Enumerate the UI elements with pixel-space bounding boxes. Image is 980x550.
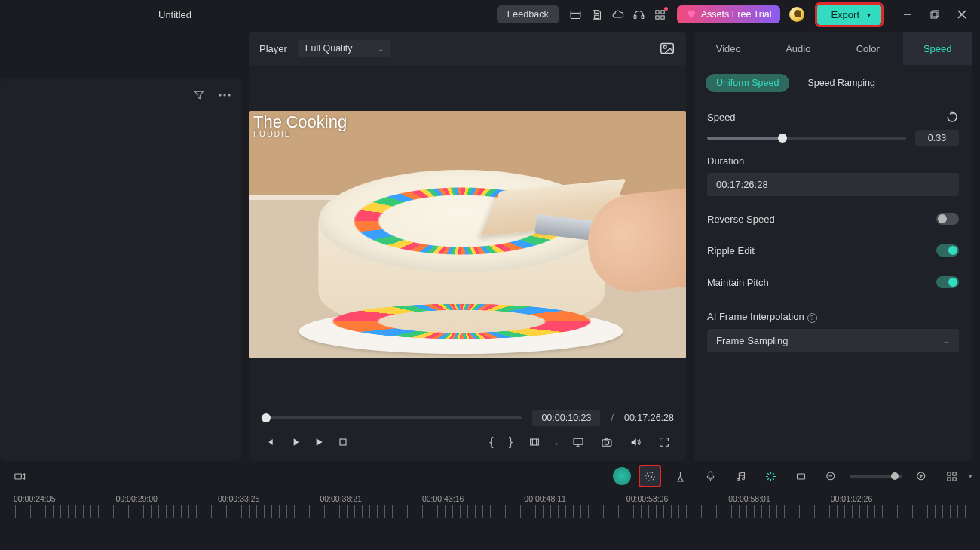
svg-point-20 [605,441,608,444]
video-watermark: The Cooking FOODIE [253,115,347,141]
play-button[interactable] [309,432,329,452]
svg-rect-2 [595,15,599,18]
interpolation-select[interactable]: Frame Sampling ⌄ [707,329,959,352]
timeline-thumb-icon[interactable] [8,465,30,487]
ratio-button[interactable] [525,432,544,452]
quality-dropdown[interactable]: Full Quality ⌄ [298,40,392,57]
svg-rect-6 [661,10,664,13]
camera-icon[interactable] [597,432,617,452]
speed-label: Speed [707,112,736,123]
speed-slider[interactable] [707,137,906,140]
mark-in-button[interactable]: { [486,435,496,449]
voiceover-tool[interactable] [699,465,721,487]
save-icon[interactable] [586,4,608,25]
reverse-speed-label: Reverse Speed [707,214,775,225]
duration-field[interactable]: 00:17:26:28 [707,173,959,196]
stop-button[interactable] [333,432,353,452]
grid-toggle[interactable] [940,465,963,487]
mark-out-button[interactable]: } [506,435,516,449]
svg-rect-30 [947,472,950,475]
subtab-uniform-speed[interactable]: Uniform Speed [706,74,789,92]
tab-video[interactable]: Video [694,32,764,65]
svg-point-12 [223,94,225,96]
more-icon[interactable] [216,86,234,104]
tab-speed[interactable]: Speed [903,32,973,65]
play-pause-button[interactable] [285,432,305,452]
ruler-mark: 00:00:53:06 [626,494,668,503]
tab-color[interactable]: Color [833,32,903,65]
display-button[interactable] [568,432,588,452]
apps-icon[interactable] [650,4,671,25]
chevron-down-icon: ▾ [867,11,871,19]
filter-icon[interactable] [190,86,208,104]
svg-rect-0 [571,11,580,18]
transport-controls: 00:00:10:23 / 00:17:26:28 { } ⌄ [249,404,686,461]
svg-point-11 [219,94,221,96]
fullscreen-icon[interactable] [654,432,674,452]
auto-tool[interactable] [759,465,782,487]
zoom-in-button[interactable] [910,465,933,487]
export-highlight: Export ▾ [815,2,884,27]
svg-rect-8 [661,15,664,18]
coin-icon[interactable] [789,7,804,22]
reset-icon[interactable] [945,110,959,124]
close-button[interactable] [948,4,975,25]
avatar-icon[interactable] [613,467,631,485]
zoom-out-button[interactable] [819,465,842,487]
timeline: ▾ 00:00:24:0500:00:29:0000:00:33:2500:00… [0,461,980,550]
minimize-button[interactable] [894,4,921,25]
zoom-slider[interactable] [850,475,902,478]
svg-point-26 [742,477,744,479]
feedback-button[interactable]: Feedback [497,5,559,23]
inspector-panel: VideoAudioColorSpeed Uniform SpeedSpeed … [694,32,972,461]
snapshot-icon[interactable] [659,40,675,57]
svg-rect-7 [656,15,659,18]
svg-rect-10 [933,11,939,17]
volume-icon[interactable] [626,432,645,452]
preview-viewport: The Cooking FOODIE [249,65,686,404]
subtab-speed-ramping[interactable]: Speed Ramping [797,74,886,92]
keyframe-tool[interactable] [639,465,661,487]
svg-rect-24 [709,472,712,478]
project-title: Untitled [158,9,191,20]
maximize-button[interactable] [921,4,948,25]
duration-label: Duration [707,155,744,167]
svg-rect-18 [574,438,583,444]
svg-rect-9 [931,12,937,18]
export-button[interactable]: Export ▾ [817,5,881,25]
svg-rect-21 [14,473,20,478]
current-timecode[interactable]: 00:00:10:23 [532,410,600,426]
seek-slider[interactable] [261,416,522,419]
tab-audio[interactable]: Audio [764,32,834,65]
speed-value[interactable]: 0.33 [915,130,959,146]
chevron-down-icon: ⌄ [378,45,384,53]
chevron-down-icon: ⌄ [943,336,950,346]
svg-rect-17 [531,439,539,445]
title-bar: Untitled Feedback Assets Free Trial Expo… [0,0,980,29]
reverse-speed-toggle[interactable] [936,213,959,225]
crop-tool[interactable] [789,465,812,487]
ruler-mark: 00:00:29:00 [115,494,157,503]
svg-rect-4 [642,15,644,18]
gem-icon [686,9,697,20]
media-panel [0,78,241,461]
cloud-icon[interactable] [608,4,629,25]
svg-point-22 [648,475,651,478]
prev-frame-button[interactable] [261,432,280,452]
timeline-ruler[interactable]: 00:00:24:0500:00:29:0000:00:33:2500:00:3… [0,491,980,550]
marker-tool[interactable] [669,465,691,487]
preview-frame: The Cooking FOODIE [249,111,686,358]
music-tool[interactable] [729,465,752,487]
layout-icon[interactable] [565,4,586,25]
svg-point-25 [737,478,739,481]
maintain-pitch-toggle[interactable] [936,276,959,288]
chevron-down-icon[interactable]: ⌄ [553,438,559,447]
headset-icon[interactable] [629,4,650,25]
chevron-down-icon[interactable]: ▾ [969,472,972,480]
assets-trial-button[interactable]: Assets Free Trial [677,5,781,23]
interpolation-label: AI Frame Interpolation [707,311,817,323]
info-icon[interactable] [807,313,817,323]
svg-point-23 [645,472,654,480]
ripple-edit-toggle[interactable] [936,244,959,257]
total-timecode: 00:17:26:28 [624,413,674,423]
